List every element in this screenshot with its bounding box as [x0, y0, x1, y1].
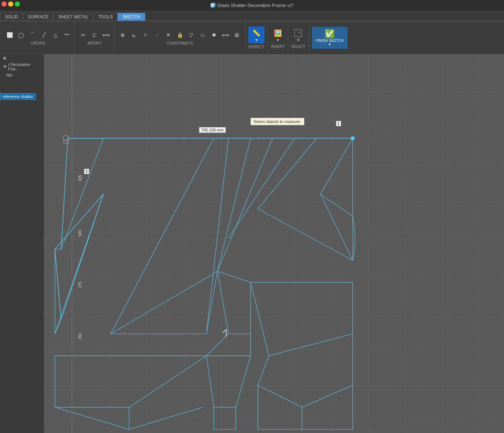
triangle-constraint-icon: ▽: [187, 31, 195, 39]
select-tool[interactable]: ▼: [291, 27, 305, 43]
measure-tool[interactable]: 📏 ▼: [248, 27, 265, 43]
canvas[interactable]: 745.106 mm Select objects to measure. 1 …: [0, 54, 504, 433]
toolbar-group-constraints: ⊕ ⊾ = ⟋ ✕ 🔒 ▽ ⬭ ✱: [115, 21, 245, 54]
point-flag-1: 1: [336, 121, 341, 126]
coincident-icon: ⊕: [119, 31, 127, 39]
scale-625: 625: [78, 175, 82, 181]
mirror-tool[interactable]: ⟺: [220, 30, 231, 40]
app-title: 🧊 Glass Shatter Decoration Frame v1*: [210, 3, 294, 8]
insert-image-icon: 🖼️: [273, 28, 283, 38]
cross-tool[interactable]: ✕: [163, 30, 174, 40]
point-constraint-icon: ✱: [210, 31, 218, 39]
toolbar-group-inspect: 📏 ▼ INSPECT: [245, 21, 268, 54]
scissors-tool[interactable]: ✂: [78, 30, 88, 40]
toolbar-group-insert: 🖼️ ▼ INSERT: [268, 21, 288, 54]
lock-tool[interactable]: 🔒: [175, 30, 185, 40]
svg-rect-0: [294, 29, 302, 37]
constraints-label: CONSTRAINTS: [167, 41, 193, 45]
eye-icon: 👁: [3, 64, 7, 69]
parallel-tool[interactable]: =: [140, 30, 151, 40]
toolbar-group-select: ▼ SELECT: [288, 21, 309, 54]
scale-500: 500: [78, 230, 82, 236]
perpendicular-icon: ⊾: [130, 31, 138, 39]
grid: [0, 54, 504, 433]
panel-item-blank[interactable]: [1, 78, 42, 79]
array-tool[interactable]: ⊞: [232, 30, 242, 40]
parallel-icon: =: [141, 31, 150, 39]
circle-icon: ◯: [17, 31, 25, 39]
trim-tool[interactable]: ⊏: [90, 30, 100, 40]
panel-item-frame[interactable]: 👁 r Decoration Frar...: [1, 61, 42, 72]
point-constraint[interactable]: ✱: [209, 30, 219, 40]
ngs-label: ngs: [6, 73, 13, 77]
lock-icon: 🔒: [176, 31, 184, 39]
svg-rect-2: [0, 54, 504, 433]
diagonal-icon: ⟋: [153, 31, 161, 39]
tab-solid[interactable]: SOLID: [0, 13, 23, 21]
spline-icon: 〜: [63, 31, 71, 39]
minimize-button[interactable]: [8, 1, 13, 7]
tab-tools[interactable]: TOOLS: [93, 13, 118, 21]
toolbar-group-finish: ✅ FINISH SKETCH ▼: [309, 21, 351, 54]
reference-shatter-tooltip[interactable]: reference shatter: [0, 93, 36, 100]
toolbar-group-modify: ✂ ⊏ ⟺ MODIFY: [75, 21, 115, 54]
create-label: CREATE: [31, 41, 46, 45]
panel-title: r Decoration Frar...: [8, 62, 41, 71]
perpendicular-tool[interactable]: ⊾: [129, 30, 139, 40]
ellipse-constraint-icon: ⬭: [199, 31, 207, 39]
circle-tool[interactable]: ◯: [16, 30, 26, 40]
tab-surface[interactable]: SURFACE: [23, 13, 53, 21]
scale-250: 250: [78, 333, 82, 339]
triangle-constraint[interactable]: ▽: [186, 30, 196, 40]
coincident-tool[interactable]: ⊕: [118, 30, 128, 40]
vertical-axis: [72, 54, 72, 433]
select-label: SELECT: [291, 45, 305, 49]
title-bar: 🧊 Glass Shatter Decoration Frame v1*: [0, 0, 504, 10]
finish-sketch-icon: ✅: [325, 29, 335, 39]
line-tool[interactable]: ╱: [39, 30, 49, 40]
window-controls[interactable]: [1, 1, 20, 7]
search-icon: 🔍: [3, 57, 7, 61]
spline-tool[interactable]: 〜: [62, 30, 72, 40]
inspect-label: INSPECT: [248, 45, 264, 49]
ellipse-constraint[interactable]: ⬭: [197, 30, 208, 40]
scale-375: 375: [78, 282, 82, 288]
finish-sketch-button[interactable]: ✅ FINISH SKETCH ▼: [312, 27, 348, 49]
left-panel: 🔍 👁 r Decoration Frar... ngs reference s…: [0, 54, 44, 433]
tooltip-select-objects: Select objects to measure.: [251, 118, 304, 125]
diagonal-tool[interactable]: ⟋: [152, 30, 162, 40]
select-icon: [293, 28, 303, 38]
arc-icon: ⌒: [28, 31, 36, 39]
panel-item-ngs[interactable]: ngs: [1, 72, 42, 78]
trim-icon: ⊏: [91, 31, 99, 39]
triangle-tool[interactable]: △: [50, 30, 60, 40]
maximize-button[interactable]: [15, 1, 20, 7]
rectangle-tool[interactable]: ⬜: [4, 30, 15, 40]
close-button[interactable]: [1, 1, 7, 7]
panel-header: 🔍: [1, 56, 42, 61]
offset-tool[interactable]: ⟺: [101, 30, 111, 40]
offset-icon: ⟺: [102, 31, 110, 39]
toolbar-group-create: ⬜ ◯ ⌒ ╱ △ 〜 CREATE: [1, 21, 75, 54]
insert-image-tool[interactable]: 🖼️ ▼: [271, 27, 285, 43]
array-icon: ⊞: [233, 31, 241, 39]
point-flag-2: 2: [84, 169, 89, 174]
scissors-icon: ✂: [79, 31, 87, 39]
triangle-icon: △: [51, 31, 59, 39]
cross-icon: ✕: [164, 31, 172, 39]
measure-icon: 📏: [251, 28, 262, 38]
toolbar: ⬜ ◯ ⌒ ╱ △ 〜 CREATE ✂ ⊏: [0, 21, 504, 54]
modify-label: MODIFY: [88, 41, 102, 45]
line-icon: ╱: [40, 31, 48, 39]
measurement-label: 745.106 mm: [199, 127, 226, 133]
app-icon: 🧊: [210, 3, 217, 8]
rectangle-icon: ⬜: [6, 31, 14, 39]
mirror-icon: ⟺: [221, 31, 230, 39]
insert-label: INSERT: [271, 45, 285, 49]
arc-tool[interactable]: ⌒: [27, 30, 38, 40]
tab-sheet-metal[interactable]: SHEET METAL: [53, 13, 93, 21]
tab-sketch[interactable]: SKETCH: [118, 13, 145, 21]
